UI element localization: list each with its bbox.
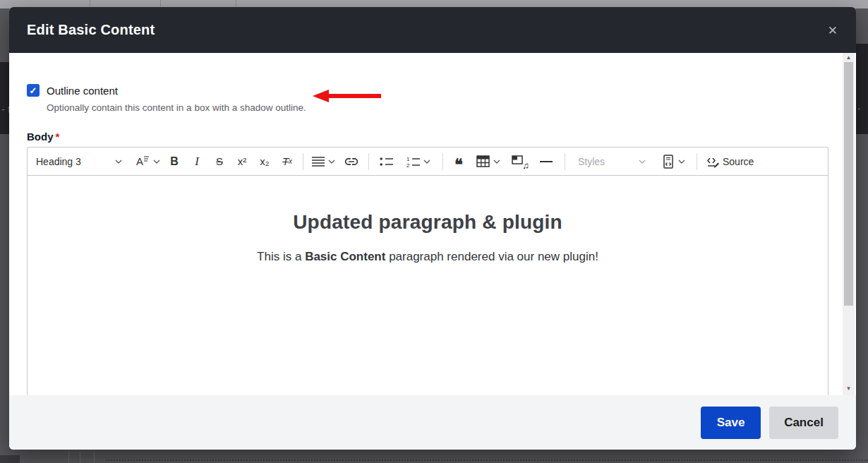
editor-paragraph: This is a Basic Content paragraph render… xyxy=(28,250,828,264)
background-table-line xyxy=(68,452,69,463)
remove-format-sub: x xyxy=(289,157,292,165)
horizontal-line-icon xyxy=(540,161,553,162)
insert-media-button[interactable]: ♫ xyxy=(507,151,532,172)
background-table-cell xyxy=(0,455,20,463)
dialog-body: ✓ Outline content Optionally contain thi… xyxy=(9,53,856,395)
cancel-button[interactable]: Cancel xyxy=(769,407,838,439)
chevron-down-icon xyxy=(678,160,685,164)
outline-content-checkbox[interactable]: ✓ xyxy=(27,84,40,97)
superscript-button[interactable]: x² xyxy=(231,151,253,172)
toolbar-separator xyxy=(565,153,565,170)
arrow-shaft xyxy=(327,94,381,98)
text-alignment-button[interactable] xyxy=(308,151,339,172)
link-icon xyxy=(344,155,358,169)
background-dark-band-right xyxy=(854,44,868,134)
font-size-button[interactable]: A xyxy=(133,151,163,172)
toolbar-separator xyxy=(368,153,369,170)
body-field-label: Body* xyxy=(27,131,828,144)
horizontal-line-button[interactable] xyxy=(532,151,560,172)
source-button[interactable]: Source xyxy=(701,151,758,172)
bulleted-list-icon xyxy=(380,156,393,167)
rich-text-editor: Heading 3 A B I S x² x₂ xyxy=(27,147,828,395)
outline-content-label[interactable]: Outline content xyxy=(47,85,118,97)
bold-button[interactable]: B xyxy=(163,151,186,172)
dialog-footer: Save Cancel xyxy=(9,395,856,450)
insert-table-button[interactable] xyxy=(470,151,507,172)
italic-button[interactable]: I xyxy=(186,151,208,172)
numbered-list-button[interactable]: 1 2 xyxy=(399,151,438,172)
required-asterisk: * xyxy=(56,131,60,143)
paragraph-text: paragraph rendered via our new plugin! xyxy=(385,250,598,263)
outline-content-help-text: Optionally contain this content in a box… xyxy=(47,102,828,114)
checkmark-icon: ✓ xyxy=(30,86,37,95)
paragraph-text: This is a xyxy=(257,250,305,263)
font-size-icon: A xyxy=(136,155,143,167)
chevron-down-icon xyxy=(115,160,122,164)
editor-heading: Updated paragraph & plugin xyxy=(28,211,828,234)
styles-dropdown-placeholder: Styles xyxy=(578,156,605,167)
table-icon xyxy=(476,155,490,167)
source-button-label: Source xyxy=(723,156,754,167)
subscript-button[interactable]: x₂ xyxy=(253,151,276,172)
media-note-icon: ♫ xyxy=(522,160,529,171)
editor-toolbar: Heading 3 A B I S x² x₂ xyxy=(28,148,828,176)
toolbar-separator xyxy=(442,153,443,170)
html-embed-button[interactable] xyxy=(654,151,692,172)
heading-dropdown-value: Heading 3 xyxy=(36,156,81,167)
close-icon[interactable]: ✕ xyxy=(828,24,838,36)
background-table-line xyxy=(94,452,95,463)
block-quote-button[interactable]: ❝ xyxy=(447,151,470,172)
toolbar-separator xyxy=(303,153,303,170)
edit-basic-content-dialog: Edit Basic Content ✕ ✓ Outline content O… xyxy=(9,7,856,450)
editor-content-area[interactable]: Updated paragraph & plugin This is a Bas… xyxy=(28,176,828,395)
remove-format-button[interactable]: Tx xyxy=(276,151,299,172)
save-button[interactable]: Save xyxy=(701,407,761,439)
dialog-header: Edit Basic Content ✕ xyxy=(9,7,856,53)
numbered-list-icon: 1 2 xyxy=(406,155,420,168)
chevron-down-icon xyxy=(423,160,430,164)
styles-dropdown[interactable]: Styles xyxy=(572,151,651,172)
font-size-lines-icon xyxy=(144,156,150,162)
scroll-up-icon[interactable]: ▲ xyxy=(843,53,855,63)
background-dot xyxy=(858,108,860,110)
svg-text:1: 1 xyxy=(406,156,410,162)
chevron-down-icon xyxy=(153,160,160,164)
background-table-dotted-line xyxy=(106,459,868,461)
scroll-down-icon[interactable]: ▼ xyxy=(843,384,855,394)
html-embed-icon xyxy=(662,155,675,169)
link-button[interactable] xyxy=(339,151,364,172)
toolbar-separator xyxy=(697,153,697,170)
body-label-text: Body xyxy=(27,131,54,143)
strikethrough-button[interactable]: S xyxy=(208,151,231,172)
svg-text:2: 2 xyxy=(406,162,410,168)
media-image-icon xyxy=(512,155,523,164)
remove-format-icon: T xyxy=(282,155,289,167)
dialog-scrollbar[interactable]: ▲ ▼ xyxy=(843,53,855,395)
scrollbar-thumb[interactable] xyxy=(844,62,853,306)
dialog-title: Edit Basic Content xyxy=(27,22,155,38)
source-icon xyxy=(706,155,719,168)
heading-dropdown[interactable]: Heading 3 xyxy=(35,151,126,172)
chevron-down-icon xyxy=(493,160,500,164)
bulleted-list-button[interactable] xyxy=(373,151,399,172)
annotation-arrow xyxy=(313,90,382,102)
chevron-down-icon xyxy=(328,160,335,164)
background-table-line xyxy=(80,452,80,463)
outline-content-row: ✓ Outline content xyxy=(27,84,828,97)
align-justify-icon xyxy=(312,156,325,167)
chevron-down-icon xyxy=(639,160,646,164)
paragraph-bold-text: Basic Content xyxy=(305,250,385,263)
